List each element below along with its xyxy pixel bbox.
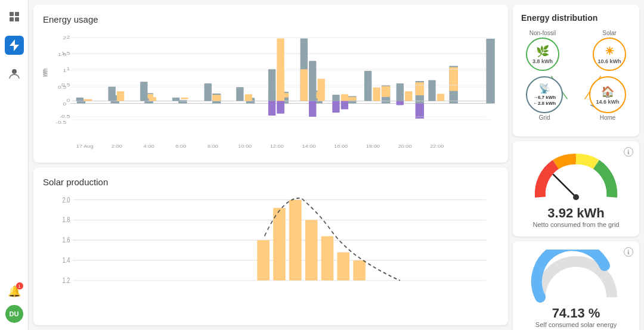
svg-rect-113 [257, 240, 270, 281]
svg-rect-1 [15, 12, 19, 16]
svg-rect-71 [117, 91, 124, 101]
user-avatar[interactable]: DU [5, 305, 23, 323]
grid-label: Grid [539, 114, 550, 121]
svg-text:1: 1 [67, 67, 70, 71]
grid-gauge-value: 3.92 kWh [547, 206, 604, 221]
energy-distribution-title: Energy distribution [521, 13, 631, 23]
grid-node: 📡 →6.7 kWh ←2.8 kWh Grid [526, 76, 563, 121]
svg-text:kWh: kWh [43, 69, 48, 77]
main-content: Energy usage 2 1.5 1 0.5 0 -0.5 kWh [29, 0, 513, 330]
svg-rect-79 [245, 94, 252, 101]
non-fossil-circle: 🌿 3.8 kWh [526, 38, 559, 71]
grid-value-out: ←2.8 kWh [533, 101, 556, 107]
svg-text:8:00: 8:00 [208, 145, 219, 149]
svg-marker-4 [10, 39, 19, 51]
svg-line-121 [553, 175, 576, 197]
svg-text:-0.5: -0.5 [60, 114, 70, 119]
svg-rect-68 [76, 98, 83, 101]
svg-text:18:00: 18:00 [366, 145, 380, 149]
svg-rect-74 [172, 98, 179, 101]
svg-text:2:00: 2:00 [112, 145, 123, 149]
svg-text:6:00: 6:00 [175, 145, 187, 149]
svg-rect-91 [341, 101, 348, 109]
non-fossil-icon: 🌿 [536, 45, 549, 58]
svg-rect-84 [301, 69, 308, 101]
svg-text:20:00: 20:00 [398, 145, 412, 149]
svg-rect-72 [140, 82, 147, 101]
svg-text:16:00: 16:00 [334, 145, 348, 149]
solar-gauge-svg [528, 250, 624, 303]
sidebar-icon-energy[interactable] [5, 36, 24, 55]
svg-text:10:00: 10:00 [238, 145, 252, 149]
svg-rect-90 [332, 101, 339, 113]
home-circle: 🏠 14.6 kWh [589, 76, 626, 113]
svg-rect-69 [85, 99, 92, 101]
sidebar: 🔔 1 DU [0, 0, 29, 330]
svg-rect-118 [338, 253, 350, 281]
svg-rect-78 [236, 87, 243, 101]
home-icon: 🏠 [601, 85, 614, 98]
svg-text:22:00: 22:00 [430, 145, 444, 149]
grid-icon: 📡 [538, 83, 550, 94]
right-panel: Energy distribution Non-fossil 🌿 [513, 0, 644, 330]
svg-rect-116 [305, 220, 318, 281]
home-node: 🏠 14.6 kWh Home [589, 76, 626, 121]
svg-rect-93 [373, 88, 380, 101]
sidebar-icon-grid[interactable] [5, 7, 24, 26]
sidebar-icon-profile[interactable] [5, 64, 24, 83]
svg-rect-0 [10, 12, 14, 16]
solar-gauge-card: ℹ 74.13 % Self consumed solar energy [513, 241, 639, 330]
energy-usage-chart: 2 1.5 1 0.5 0 -0.5 kWh [43, 29, 499, 150]
svg-text:4:00: 4:00 [144, 145, 155, 149]
gauge1-info-icon[interactable]: ℹ [624, 147, 633, 157]
notification-badge: 1 [16, 282, 23, 289]
energy-distribution-card: Energy distribution Non-fossil 🌿 [513, 5, 639, 136]
notification-icon[interactable]: 🔔 1 [8, 285, 21, 298]
non-fossil-node: Non-fossil 🌿 3.8 kWh [526, 30, 559, 71]
solar-value: 10.6 kWh [597, 58, 621, 64]
solar-label: Solar [602, 30, 616, 36]
energy-usage-title: Energy usage [43, 14, 499, 24]
home-label: Home [600, 114, 616, 121]
svg-rect-94 [397, 83, 404, 101]
svg-rect-102 [277, 101, 284, 113]
svg-text:0.5: 0.5 [61, 83, 70, 88]
solar-circle: ☀ 10.6 kWh [593, 38, 626, 71]
non-fossil-label: Non-fossil [530, 30, 556, 36]
svg-rect-88 [332, 95, 339, 101]
svg-rect-3 [15, 17, 19, 21]
svg-rect-73 [149, 97, 156, 101]
svg-rect-92 [364, 71, 371, 101]
svg-rect-86 [317, 79, 324, 101]
svg-point-5 [12, 69, 17, 74]
svg-rect-85 [309, 61, 316, 101]
non-fossil-value: 3.8 kWh [532, 58, 553, 64]
energy-usage-panel: Energy usage 2 1.5 1 0.5 0 -0.5 kWh [33, 5, 508, 163]
svg-point-122 [573, 194, 579, 200]
svg-rect-96 [397, 101, 404, 105]
svg-text:1.5: 1.5 [61, 51, 70, 55]
grid-gauge-label: Netto consumed from the grid [533, 221, 620, 228]
solar-production-panel: Solar production 2.0 1.8 1.6 1.4 1.2 [33, 167, 508, 325]
grid-gauge-svg [528, 150, 624, 203]
svg-rect-115 [289, 200, 302, 281]
solar-node: Solar ☀ 10.6 kWh [593, 30, 626, 71]
svg-text:1.4: 1.4 [63, 256, 70, 264]
svg-text:2.0: 2.0 [63, 195, 70, 203]
svg-text:1.6: 1.6 [63, 236, 70, 244]
solar-icon: ☀ [605, 45, 614, 58]
gauge2-info-icon[interactable]: ℹ [624, 247, 633, 257]
svg-rect-87 [309, 101, 316, 117]
svg-rect-101 [268, 101, 275, 116]
svg-rect-119 [353, 260, 366, 281]
svg-rect-97 [428, 80, 435, 101]
svg-rect-117 [321, 236, 334, 280]
grid-value-in: →6.7 kWh [533, 95, 556, 101]
svg-text:2: 2 [67, 35, 70, 40]
svg-rect-99 [268, 69, 275, 101]
solar-gauge-value: 74.13 % [552, 306, 600, 321]
svg-rect-76 [204, 83, 211, 101]
svg-text:0: 0 [67, 98, 70, 103]
svg-text:1.8: 1.8 [63, 216, 70, 223]
svg-rect-89 [341, 94, 348, 101]
